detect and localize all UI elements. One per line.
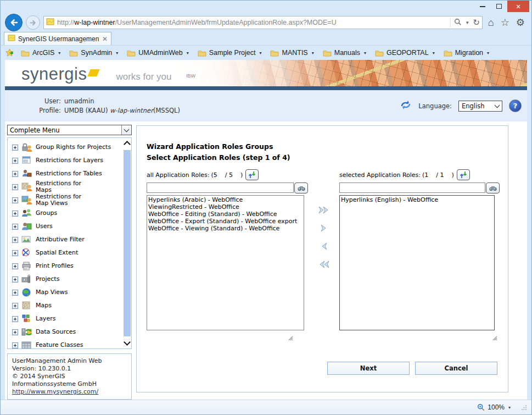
list-item[interactable]: WebOffice - Export (Standard) - WebOffic… [148, 218, 303, 225]
tree-item-attributive-filter[interactable]: Attributive Filter [12, 233, 122, 246]
expand-plus-icon[interactable] [12, 316, 18, 322]
tree-item-groups[interactable]: Groups [12, 207, 122, 220]
dropdown-caret-icon: ▾ [187, 51, 189, 56]
maximize-button[interactable] [491, 1, 507, 12]
scrollbar-thumb[interactable] [124, 150, 131, 336]
app-name: UserManagement Admin Web [12, 357, 127, 365]
expand-plus-icon[interactable] [12, 263, 18, 269]
list-item[interactable]: Hyperlinks (Arabic) - WebOffice [148, 196, 303, 203]
page-icon [46, 18, 54, 27]
expand-plus-icon[interactable] [12, 158, 18, 164]
cancel-button[interactable]: Cancel [415, 362, 497, 375]
search-binoculars-button[interactable] [294, 182, 308, 193]
company-link[interactable]: http://www.mysynergis.com/ [12, 388, 98, 395]
minimize-button[interactable] [474, 1, 491, 12]
favorite-item-migration[interactable]: Migration▾ [441, 48, 494, 58]
zoom-control[interactable]: 100% ▾ [477, 403, 518, 411]
search-dropdown-caret-icon[interactable]: ▼ [465, 20, 469, 25]
sort-roles-button[interactable] [245, 169, 259, 180]
close-button[interactable]: × [507, 1, 529, 12]
tree-item-restrictions-for-tables[interactable]: Restrictions for Tables [12, 167, 122, 180]
reload-icon[interactable] [400, 99, 412, 113]
tree-item-map-views[interactable]: Map Views [12, 286, 122, 299]
synergis-logo: synergis [21, 64, 87, 84]
scroll-down-icon[interactable] [124, 339, 131, 346]
add-favorite-icon[interactable] [5, 48, 14, 57]
expand-plus-icon[interactable] [12, 303, 18, 309]
home-icon[interactable]: ⌂ [488, 17, 494, 29]
back-button[interactable] [5, 14, 23, 31]
expand-plus-icon[interactable] [12, 276, 18, 283]
language-select[interactable]: English [458, 101, 502, 112]
tree-item-data-sources[interactable]: Data Sources [12, 325, 122, 339]
expand-plus-icon[interactable] [12, 184, 18, 190]
tree-item-restrictions-for-maps[interactable]: Restrictions for Maps [12, 180, 122, 193]
folder-icon [21, 49, 30, 57]
expand-plus-icon[interactable] [12, 237, 18, 243]
tree-item-print-profiles[interactable]: Print Profiles [12, 259, 122, 273]
move-left-button[interactable] [317, 241, 331, 252]
window-resize-grip[interactable] [522, 405, 527, 410]
address-bar[interactable]: http://w-lap-wintner/UserManagementAdmin… [43, 16, 483, 29]
refresh-icon[interactable]: ↻ [473, 18, 480, 27]
forward-button[interactable] [26, 15, 40, 30]
favorite-item-arcgis[interactable]: ArcGIS▾ [19, 48, 65, 58]
expand-plus-icon[interactable] [12, 250, 18, 256]
tree-item-label: Projects [36, 276, 59, 283]
tree-item-maps[interactable]: Maps [12, 299, 122, 312]
search-icon[interactable] [454, 18, 462, 27]
favorites-star-icon[interactable]: ☆ [501, 16, 509, 29]
map-user-icon [20, 182, 33, 192]
app-version: Version: 10.230.0.1 [12, 365, 127, 373]
help-button[interactable]: ? [509, 99, 522, 112]
expand-plus-icon[interactable] [12, 329, 18, 335]
search-binoculars-button[interactable] [486, 182, 500, 193]
resize-grip-icon[interactable] [492, 333, 497, 343]
favorite-item-mantis[interactable]: MANTIS▾ [268, 48, 318, 58]
move-all-left-button[interactable] [317, 259, 331, 270]
expand-plus-icon[interactable] [12, 211, 18, 217]
tree-item-restrictions-for-map-views[interactable]: Restrictions for Map Views [12, 193, 122, 207]
move-right-button[interactable] [317, 223, 331, 234]
favorites-bar: ArcGIS▾ SynAdmin▾ UMAdminWeb▾ Sample Pro… [1, 45, 531, 60]
tree-item-feature-classes[interactable]: Feature Classes [12, 339, 122, 348]
expand-plus-icon[interactable] [12, 197, 18, 203]
expand-plus-icon[interactable] [12, 145, 18, 151]
selected-roles-search-input[interactable] [339, 182, 485, 193]
tree-item-layers[interactable]: Layers [12, 312, 122, 325]
tab-close-icon[interactable]: ✕ [102, 35, 108, 43]
list-item[interactable]: ViewingRestricted - WebOffice [148, 203, 303, 211]
browser-tab[interactable]: SynerGIS Usermanagement ... ✕ [4, 32, 111, 45]
list-item[interactable]: Hyperlinks (English) - WebOffice [341, 196, 493, 203]
sort-selected-roles-button[interactable] [457, 169, 470, 180]
tree-item-users[interactable]: Users [12, 220, 122, 233]
tree-item-group-rights-for-projects[interactable]: Group Rights for Projects [12, 141, 122, 154]
expand-plus-icon[interactable] [12, 224, 18, 230]
favorite-item-umadminweb[interactable]: UMAdminWeb▾ [125, 48, 193, 58]
resize-grip-icon[interactable] [288, 333, 293, 343]
settings-gear-icon[interactable]: ⚙ [516, 16, 525, 29]
list-item[interactable]: WebOffice - Editing (Standard) - WebOffi… [148, 211, 303, 218]
all-roles-listbox[interactable]: Hyperlinks (Arabic) - WebOffice ViewingR… [147, 195, 304, 330]
scroll-up-icon[interactable] [124, 141, 131, 148]
tree-item-spatial-extent[interactable]: Spatial Extent [12, 246, 122, 259]
zoom-caret-icon[interactable]: ▾ [508, 405, 511, 410]
dropdown-caret-icon: ▾ [433, 51, 435, 56]
expand-plus-icon[interactable] [12, 171, 18, 177]
expand-plus-icon[interactable] [12, 342, 18, 348]
favorite-item-sample-project[interactable]: Sample Project▾ [195, 48, 266, 58]
tree-item-projects[interactable]: Projects [12, 273, 122, 286]
all-roles-search-input[interactable] [147, 182, 294, 193]
tree-scrollbar[interactable] [122, 138, 131, 348]
favorite-item-synadmin[interactable]: SynAdmin▾ [67, 48, 122, 58]
menu-select[interactable]: Complete Menu [7, 125, 132, 135]
tree-item-restrictions-for-layers[interactable]: Restrictions for Layers [12, 154, 122, 167]
title-bar[interactable]: × [1, 1, 531, 14]
list-item[interactable]: WebOffice - Viewing (Standard) - WebOffi… [148, 225, 303, 232]
expand-plus-icon[interactable] [12, 290, 18, 296]
favorite-item-manuals[interactable]: Manuals▾ [321, 48, 371, 58]
move-all-right-button[interactable] [317, 204, 331, 215]
favorite-item-geoportal[interactable]: GEOPORTAL▾ [373, 48, 439, 58]
next-button[interactable]: Next [327, 362, 410, 375]
selected-roles-listbox[interactable]: Hyperlinks (English) - WebOffice [339, 195, 495, 330]
